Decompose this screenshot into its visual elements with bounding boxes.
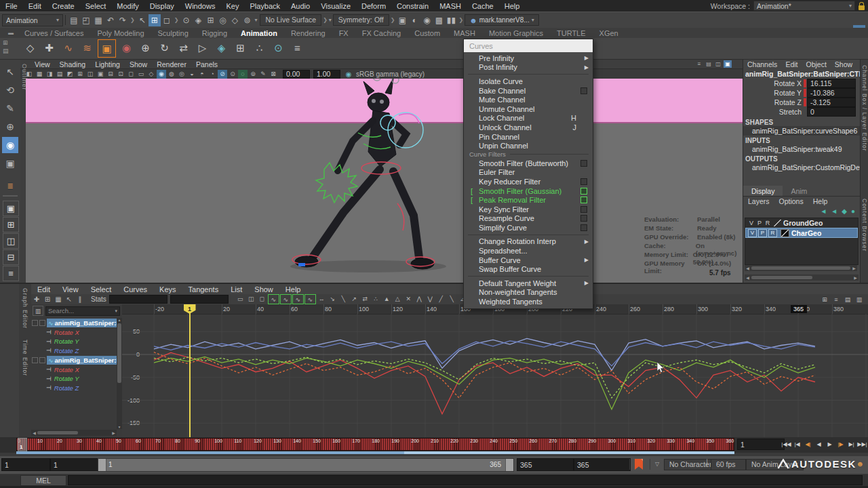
viewport-menu-view[interactable]: View [30, 60, 55, 68]
menu-item-key-reducer-filter[interactable]: Key Reducer Filter [464, 177, 593, 186]
channel-box-tab[interactable]: Channel Box / Layer Editor [861, 65, 868, 194]
shelf-add-icon[interactable]: ⊕ [137, 39, 154, 56]
playback-end-field[interactable]: 365 [517, 458, 574, 471]
output-node-item[interactable]: animRig_BatSniper:CustomRigDefa... [743, 163, 861, 172]
shelf-tab-sculpting[interactable]: Sculpting [151, 28, 195, 38]
search-input[interactable]: Search...▾ [45, 306, 120, 316]
ge-spline-tangent-icon[interactable]: ∿ [280, 294, 292, 304]
paint-effects-icon[interactable]: ✎ [258, 70, 268, 79]
viewport-menu-shading[interactable]: Shading [55, 60, 91, 68]
anim-start-field[interactable]: 1 [1, 458, 50, 471]
time-slider-track[interactable]: 0102030405060708090100110120130140150160… [16, 438, 734, 451]
fps-selector[interactable]: 60 fps [711, 459, 746, 470]
shading-wireframe-icon[interactable]: ◇ [146, 70, 156, 79]
account-menu[interactable]: ☻mark.tannerV8...▾ [465, 14, 539, 26]
layer-toggle-v[interactable]: V [748, 229, 757, 237]
ge-lattice-icon[interactable]: ▦ [53, 295, 64, 304]
node-visibility-toggle[interactable] [32, 320, 38, 326]
node-solo-toggle[interactable] [39, 357, 45, 363]
menu-audio[interactable]: Audio [285, 0, 315, 12]
range-slider[interactable]: 1365 [98, 458, 514, 472]
menu-item-smooth-filter-butterworth-[interactable]: Smooth Filter (Butterworth) [464, 159, 593, 168]
character-set-caret-icon[interactable]: ▽ [655, 461, 659, 467]
ge-auto-load-icon[interactable]: ⋀ [414, 294, 425, 303]
gamma-icon[interactable]: ◉ [344, 70, 353, 79]
time-editor-tab[interactable]: Time Editor [22, 340, 28, 383]
scroll-right-arrow-icon[interactable]: ▶ [111, 430, 117, 435]
menu-item-unpin-channel[interactable]: Unpin Channel [464, 141, 593, 150]
menu-item-resample-curve[interactable]: Resample Curve [464, 214, 593, 224]
attribute-value-field[interactable]: -10.386 [807, 88, 856, 98]
shape-node-item[interactable]: animRig_BatSniper:curveShape6 [743, 126, 861, 136]
attribute-value-field[interactable]: 16.115 [807, 79, 856, 88]
ge-free-weight-icon[interactable]: △ [393, 294, 403, 303]
outliner-channel-row[interactable]: ⊣Rotate Z [31, 384, 117, 393]
ge-region-icon[interactable]: ↖ [64, 295, 75, 304]
content-browser-tab[interactable]: Content Browser [861, 199, 868, 273]
render-settings-icon[interactable]: ◉ [420, 14, 433, 26]
curve-rotate-x-buffer-[interactable] [154, 352, 815, 399]
snap-grid-icon[interactable]: ⊙ [180, 14, 192, 26]
step-forward-frame-button[interactable]: ▶| [846, 439, 856, 449]
layout-two-pane-stacked-icon[interactable]: ⊟ [3, 249, 19, 265]
menu-item-checkbox[interactable] [580, 215, 587, 222]
filter-icon[interactable]: ▥ [33, 306, 43, 316]
ge-menu-list[interactable]: List [224, 285, 248, 293]
scroll-left-arrow-icon[interactable]: ◀ [745, 266, 751, 270]
scroll-right-arrow-icon[interactable]: ▶ [851, 266, 857, 270]
scroll-right-arrow-icon[interactable]: ▶ [852, 275, 859, 280]
snap-plane-icon[interactable]: ◎ [216, 14, 229, 26]
go-to-start-button[interactable]: |◀◀ [781, 439, 791, 449]
ge-move-nearest-icon[interactable]: ✚ [31, 295, 42, 304]
step-back-key-button[interactable]: ◀| [803, 439, 813, 449]
ge-menu-view[interactable]: View [56, 285, 85, 293]
ge-outliner-vscrollbar[interactable]: ▲▼ [117, 318, 122, 429]
menu-help[interactable]: Help [499, 0, 526, 12]
select-object-icon[interactable]: ↖ [136, 14, 149, 26]
command-line-input[interactable] [68, 475, 863, 485]
outliner-channel-row[interactable]: ⊣Rotate Y [31, 337, 117, 346]
menu-item-spreadsheet-[interactable]: Spreadsheet... [464, 246, 593, 256]
graph-editor-tab[interactable]: Graph Editor [22, 288, 28, 336]
anim-end-field[interactable]: 365 [574, 458, 631, 471]
go-to-end-button[interactable]: ▶▶| [857, 439, 867, 449]
shading-textured-icon[interactable]: ◍ [167, 70, 176, 79]
menu-item-isolate-curve[interactable]: Isolate Curve [464, 77, 593, 86]
layer-list-hscrollbar[interactable]: ◀▶ [745, 265, 857, 271]
viewport-menu-panels[interactable]: Panels [191, 60, 222, 68]
snap-view-icon[interactable]: ◇ [229, 14, 241, 26]
lock-icon[interactable] [859, 2, 865, 10]
menu-cache[interactable]: Cache [467, 0, 499, 12]
play-backwards-button[interactable]: ◀ [814, 439, 824, 449]
layer-tab-display[interactable]: Display [743, 186, 783, 196]
shelf-tab-xgen[interactable]: XGen [593, 28, 625, 38]
plugin-shading-icon[interactable]: ⊚ [248, 70, 258, 79]
ge-center-view-icon[interactable]: ◻ [257, 294, 267, 303]
menu-item-checkbox[interactable] [580, 188, 587, 195]
ge-outliner-hscrollbar[interactable]: ◀▶ [31, 430, 117, 436]
exposure-field[interactable]: 0.00 [283, 70, 310, 79]
layer-swatch-icon[interactable] [781, 229, 789, 237]
shelf-tab-animation[interactable]: Animation [234, 28, 284, 38]
ge-unify-tangents-icon[interactable]: ▲ [382, 294, 392, 303]
shelf-grid-icon[interactable]: ⊞ [232, 39, 249, 56]
panel-split-icon[interactable]: ◫ [714, 60, 722, 68]
graph-editor-curve-view[interactable]: -202040608010012014016018020022024026028… [122, 304, 868, 437]
scroll-thumb[interactable] [37, 431, 78, 434]
aa-icon[interactable]: ◔ [208, 70, 217, 79]
playback-start-field[interactable]: 1 [50, 458, 99, 471]
scroll-up-arrow-icon[interactable]: ▲ [117, 318, 122, 322]
safe-action-icon[interactable]: ◻ [126, 70, 136, 79]
menu-item-post-infinity[interactable]: Post Infinity▶ [464, 63, 593, 73]
shelf-curve-icon[interactable]: ∿ [60, 39, 77, 56]
menu-modify[interactable]: Modify [111, 0, 144, 12]
menu-item-buffer-curve[interactable]: Buffer Curve▶ [464, 256, 593, 265]
shelf-tab-turtle[interactable]: TURTLE [550, 28, 593, 38]
viewport-menu-show[interactable]: Show [125, 60, 152, 68]
ipr-render-icon[interactable]: ◐ [408, 14, 420, 26]
menu-item-checkbox[interactable] [580, 224, 587, 231]
node-visibility-toggle[interactable] [32, 357, 38, 363]
menu-edit[interactable]: Edit [23, 0, 47, 12]
save-scene-icon[interactable]: ▦ [92, 14, 104, 26]
menu-item-checkbox[interactable] [580, 178, 587, 185]
